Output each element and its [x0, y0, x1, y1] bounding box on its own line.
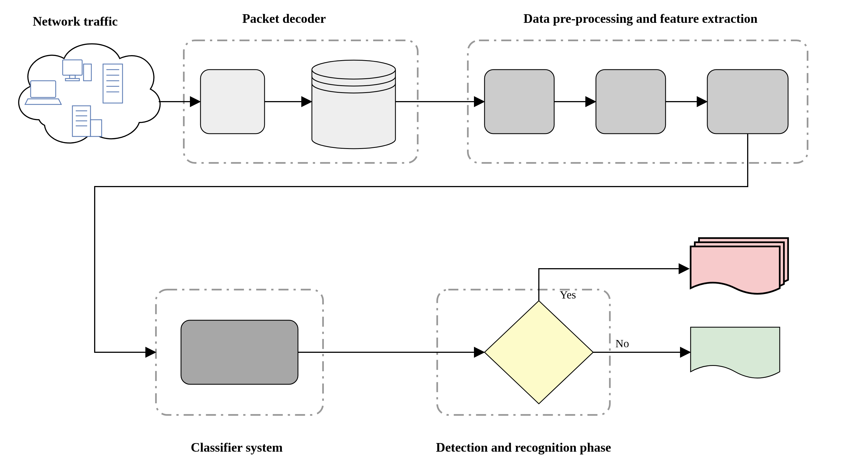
- node-feature-normalisation: [707, 70, 788, 134]
- svg-rect-12: [91, 120, 102, 136]
- node-feature-reduction: [596, 70, 665, 134]
- arrow-normalisation-to-ml: [95, 134, 748, 352]
- building-icon-1: [103, 64, 123, 103]
- cloud-network-traffic: [19, 44, 160, 143]
- svg-rect-2: [70, 75, 75, 78]
- node-malicious-behavior: [485, 301, 593, 404]
- laptop-icon: [25, 81, 61, 104]
- node-attack-classification: [691, 238, 788, 294]
- node-sniffing-tools: [200, 70, 265, 134]
- svg-rect-4: [84, 64, 91, 81]
- node-ml-algorithms: [181, 320, 298, 384]
- svg-rect-3: [65, 78, 80, 81]
- svg-rect-1: [63, 60, 82, 75]
- node-feature-conversion: [485, 70, 554, 134]
- svg-rect-0: [31, 81, 56, 97]
- node-feature-set: [312, 60, 396, 149]
- svg-point-17: [312, 60, 396, 79]
- arrow-yes-to-attack: [539, 269, 688, 301]
- node-normal-record: [691, 327, 780, 378]
